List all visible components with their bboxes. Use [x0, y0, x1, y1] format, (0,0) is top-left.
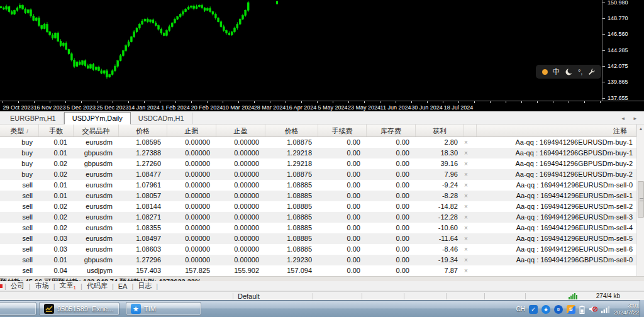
- column-header[interactable]: 类型/: [0, 125, 39, 136]
- order-row[interactable]: sell0.02eurusdm1.082710.000000.000001.08…: [0, 212, 636, 223]
- tim-star-icon: ★: [131, 304, 141, 314]
- tim-tray-icon[interactable]: ★: [541, 305, 550, 314]
- order-row[interactable]: sell0.02eurusdm1.081440.000000.000001.08…: [0, 201, 636, 212]
- close-order-button[interactable]: ×: [464, 171, 468, 178]
- date-axis-label: 14 Jan 2024: [128, 104, 160, 111]
- column-header[interactable]: 获利: [416, 125, 464, 136]
- date-axis-label: 23 May 2024: [348, 104, 380, 111]
- toolbox-tab-公司[interactable]: 公司: [11, 281, 25, 291]
- cell-close: ×: [464, 201, 477, 212]
- cell-tp: 0.00000: [216, 148, 265, 158]
- moon-icon[interactable]: [565, 68, 573, 76]
- scrollbar-thumb[interactable]: [638, 181, 644, 218]
- language-indicator[interactable]: CH: [516, 306, 525, 313]
- cell-type: buy: [0, 137, 39, 148]
- close-order-button[interactable]: ×: [464, 182, 468, 189]
- cell-profit: -12.28: [416, 212, 464, 223]
- cell-tp: 0.00000: [216, 233, 265, 244]
- statusbar-separator: [446, 293, 447, 299]
- toolbox-tab-代码库[interactable]: 代码库: [87, 281, 108, 291]
- column-header[interactable]: 注释: [477, 125, 636, 136]
- order-row[interactable]: sell0.03eurusdm1.084970.000000.000001.08…: [0, 233, 636, 244]
- date-tick: [128, 101, 129, 103]
- close-order-button[interactable]: ×: [464, 192, 468, 199]
- cell-swap: 0.00: [367, 212, 416, 223]
- cell-close: ×: [464, 212, 477, 223]
- chart-tab-usdjpym-daily[interactable]: USDJPYm,Daily: [64, 112, 131, 125]
- ime-status-dot-icon[interactable]: [542, 69, 548, 75]
- tray-clock[interactable]: 3:01 2024/7/22: [614, 301, 639, 317]
- close-order-button[interactable]: ×: [464, 267, 468, 274]
- toolbox-tab-EA[interactable]: EA: [118, 282, 128, 290]
- cell-close: ×: [464, 191, 477, 201]
- order-row[interactable]: sell0.01eurusdm1.079610.000000.000001.08…: [0, 180, 636, 191]
- shield-check-icon[interactable]: ✓: [529, 305, 538, 314]
- dots-icon[interactable]: °,: [578, 69, 582, 75]
- column-header[interactable]: 交易品种: [74, 125, 119, 136]
- cell-sl: 0.00000: [167, 223, 216, 233]
- show-desktop-button[interactable]: [640, 300, 644, 317]
- close-order-button[interactable]: ×: [464, 203, 468, 210]
- order-row[interactable]: buy0.02gbpusdm1.272600.000000.000001.292…: [0, 158, 636, 169]
- date-tick: [537, 101, 538, 103]
- statusbar-separator: [313, 293, 313, 299]
- close-order-button[interactable]: ×: [464, 257, 468, 264]
- system-tray: CH ✓ ★ ʙ S 3:01 2024/7/22: [516, 301, 640, 317]
- date-tick: [50, 101, 50, 103]
- taskbar-window-mt4[interactable]: 95051589: Exne...: [39, 302, 119, 316]
- close-order-button[interactable]: ×: [464, 246, 468, 253]
- taskbar-window-tim[interactable]: ★ TIM: [126, 302, 201, 316]
- cell-swap: 0.00: [367, 158, 416, 169]
- cell-swap: 0.00: [367, 191, 416, 201]
- order-row[interactable]: sell0.04usdjpym157.403157.825155.902157.…: [0, 265, 636, 276]
- cell-type: sell: [0, 180, 39, 191]
- taskbar-window-browser[interactable]: 子-论坛-外...: [0, 302, 36, 316]
- close-order-button[interactable]: ×: [464, 139, 468, 146]
- column-header[interactable]: 价格: [119, 125, 167, 136]
- cell-tp: 155.902: [216, 265, 265, 276]
- column-header[interactable]: 止损: [167, 125, 216, 136]
- close-order-button[interactable]: ×: [464, 235, 468, 242]
- sogou-input-icon[interactable]: S: [567, 305, 575, 314]
- tab-scroll-arrows[interactable]: ◂ ▸: [621, 115, 640, 121]
- date-tick: [569, 101, 569, 103]
- volume-muted-icon[interactable]: [589, 305, 597, 313]
- candlestick-chart[interactable]: 中 °, 150.980148.770146.560144.285142.075…: [0, 0, 644, 101]
- cell-lots: 0.02: [39, 158, 74, 169]
- profile-label[interactable]: Default: [238, 292, 260, 300]
- cell-sl: 0.00000: [167, 191, 216, 201]
- close-order-button[interactable]: ×: [464, 214, 468, 221]
- order-row[interactable]: buy0.02eurusdm1.084770.000000.000001.088…: [0, 169, 636, 180]
- order-row[interactable]: buy0.01gbpusdm1.273880.000000.000001.292…: [0, 148, 636, 158]
- price-axis-label: 142.075: [608, 63, 628, 69]
- toolbox-tab-文章[interactable]: 文章1: [60, 281, 76, 291]
- ime-mode-cn-icon[interactable]: 中: [553, 68, 560, 75]
- order-row[interactable]: sell0.03eurusdm1.086030.000000.000001.08…: [0, 244, 636, 255]
- signal-bars-icon[interactable]: [601, 306, 610, 313]
- order-row[interactable]: sell0.01eurusdm1.080570.000000.000001.08…: [0, 191, 636, 201]
- order-row[interactable]: sell0.02eurusdm1.083550.000000.000001.08…: [0, 223, 636, 233]
- toolbox-tab-市场[interactable]: 市场: [35, 281, 49, 291]
- table-scrollbar[interactable]: ▲ ▼: [636, 125, 644, 281]
- column-header[interactable]: 止盈: [216, 125, 265, 136]
- column-header[interactable]: 手数: [39, 125, 74, 136]
- chart-tab-usdcadm-h1[interactable]: USDCADm,H1: [131, 113, 192, 124]
- toolbox-tab-日志[interactable]: 日志: [138, 281, 152, 291]
- close-order-button[interactable]: ×: [464, 160, 468, 167]
- close-order-button[interactable]: ×: [464, 150, 468, 157]
- cell-tp: 0.00000: [216, 212, 265, 223]
- order-row[interactable]: sell0.01gbpusdm1.272960.000000.000001.29…: [0, 255, 636, 265]
- cell-swap: 0.00: [367, 148, 416, 158]
- order-row[interactable]: buy0.01eurusdm1.085950.000000.000001.088…: [0, 137, 636, 148]
- bluetooth-icon[interactable]: ʙ: [554, 305, 563, 314]
- wrench-icon[interactable]: [587, 68, 595, 75]
- battery-icon[interactable]: [579, 305, 585, 314]
- cell-commission: 0.00: [318, 148, 367, 158]
- column-header[interactable]: 库存费: [367, 125, 416, 136]
- scrollbar-up-icon[interactable]: ▲: [637, 125, 644, 133]
- column-header[interactable]: 价格: [265, 125, 318, 136]
- chart-tab-eurgbpm-h1[interactable]: EURGBPm,H1: [3, 113, 64, 124]
- close-order-button[interactable]: ×: [464, 225, 468, 231]
- column-header[interactable]: [464, 125, 477, 136]
- column-header[interactable]: 手续费: [318, 125, 367, 136]
